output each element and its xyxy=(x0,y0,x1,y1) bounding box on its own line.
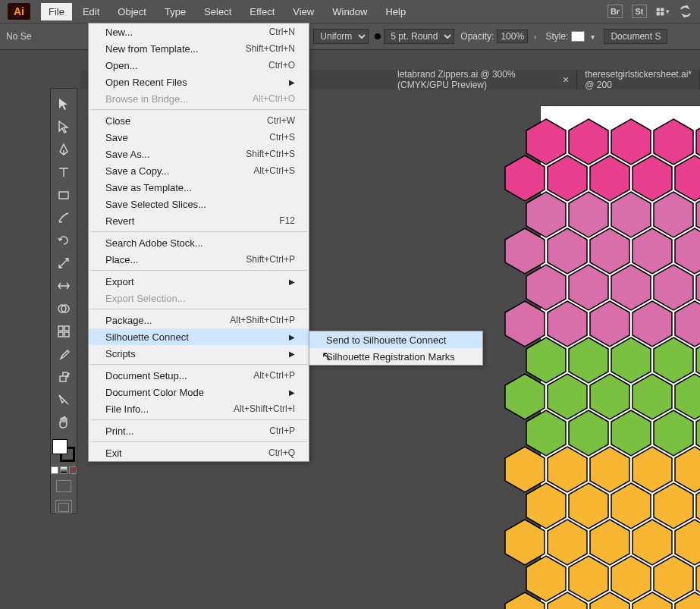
menu-item-place[interactable]: Place...Shift+Ctrl+P xyxy=(89,251,309,268)
menu-item-document-color-mode[interactable]: Document Color Mode▶ xyxy=(89,384,309,400)
selection-tool[interactable] xyxy=(53,93,74,115)
direct-selection-tool[interactable] xyxy=(53,116,74,137)
menu-object[interactable]: Object xyxy=(110,3,154,20)
submenu-arrow-icon: ▶ xyxy=(289,278,295,286)
menu-item-save-as[interactable]: Save As...Shift+Ctrl+S xyxy=(89,146,309,162)
svg-rect-79 xyxy=(58,332,63,337)
hexagon-shape xyxy=(504,592,545,609)
tool-panel xyxy=(50,88,77,514)
eyedropper-tool[interactable] xyxy=(53,344,74,365)
brush-select[interactable]: 5 pt. Round xyxy=(384,29,454,44)
menu-separator xyxy=(90,364,307,365)
menu-item-label: Silhouette Connect xyxy=(105,331,189,343)
submenu-item-silhouette-registration-marks[interactable]: Silhouette Registration Marks xyxy=(309,348,482,365)
menu-item-silhouette-connect[interactable]: Silhouette Connect▶ xyxy=(89,328,309,345)
menu-view[interactable]: View xyxy=(285,3,322,20)
menu-item-scripts[interactable]: Scripts▶ xyxy=(89,345,309,362)
menu-type[interactable]: Type xyxy=(157,3,193,20)
menu-shortcut: Ctrl+S xyxy=(269,132,295,143)
menu-item-file-info[interactable]: File Info...Alt+Shift+Ctrl+I xyxy=(89,400,309,417)
bridge-icon[interactable]: Br xyxy=(607,5,623,18)
menu-item-revert[interactable]: RevertF12 xyxy=(89,212,309,229)
menu-item-print[interactable]: Print...Ctrl+P xyxy=(89,422,309,439)
menu-window[interactable]: Window xyxy=(325,3,375,20)
svg-marker-71 xyxy=(590,592,629,609)
menu-item-save-selected-slices[interactable]: Save Selected Slices... xyxy=(89,196,309,212)
document-tab-2[interactable]: theresetgirlstickersheet.ai* @ 200 xyxy=(577,70,700,89)
submenu-arrow-icon: ▶ xyxy=(289,78,295,86)
screen-mode[interactable] xyxy=(56,480,71,492)
opacity-value[interactable]: 100% xyxy=(497,30,528,43)
svg-marker-70 xyxy=(548,592,587,609)
hexagon-shape xyxy=(632,592,673,609)
rectangle-tool[interactable] xyxy=(53,184,74,206)
menu-item-label: Package... xyxy=(105,315,152,326)
menu-shortcut: Ctrl+N xyxy=(269,27,295,37)
style-swatch[interactable] xyxy=(571,31,585,42)
fill-stroke-control[interactable] xyxy=(52,439,75,462)
menu-item-label: Save as Template... xyxy=(105,182,192,193)
menu-item-save-as-template[interactable]: Save as Template... xyxy=(89,179,309,196)
menu-separator xyxy=(90,309,307,309)
menu-item-save-a-copy[interactable]: Save a Copy...Alt+Ctrl+S xyxy=(89,162,309,179)
profile-select[interactable]: Uniform xyxy=(313,29,369,44)
shape-builder-tool[interactable] xyxy=(53,298,74,319)
menu-item-label: Save xyxy=(105,132,128,143)
color-mode-gradient[interactable] xyxy=(60,466,67,474)
hand-tool[interactable] xyxy=(53,412,74,433)
menu-item-package[interactable]: Package...Alt+Shift+Ctrl+P xyxy=(89,312,309,328)
menu-item-open-recent-files[interactable]: Open Recent Files▶ xyxy=(89,74,309,90)
close-icon[interactable]: × xyxy=(563,74,569,86)
width-tool[interactable] xyxy=(53,275,74,297)
paintbrush-tool[interactable] xyxy=(53,207,74,228)
menu-item-search-adobe-stock[interactable]: Search Adobe Stock... xyxy=(89,234,309,251)
style-caret-icon[interactable]: ▾ xyxy=(588,33,598,41)
document-setup-button[interactable]: Document S xyxy=(604,29,667,44)
file-menu-dropdown: New...Ctrl+NNew from Template...Shift+Ct… xyxy=(88,23,309,462)
artboard[interactable] xyxy=(541,106,700,609)
sync-icon[interactable] xyxy=(679,5,692,18)
menu-item-label: Save a Copy... xyxy=(105,165,169,177)
fill-swatch[interactable] xyxy=(52,439,67,454)
menu-help[interactable]: Help xyxy=(378,3,413,20)
menu-item-exit[interactable]: ExitCtrl+Q xyxy=(89,444,309,461)
menu-item-new-from-template[interactable]: New from Template...Shift+Ctrl+N xyxy=(89,40,309,57)
submenu-item-send-to-silhouette-connect[interactable]: Send to Silhouette Connect xyxy=(309,331,482,348)
arrange-icon[interactable]: ▾ xyxy=(656,5,670,18)
submenu-arrow-icon: ▶ xyxy=(289,350,295,358)
rotate-tool[interactable] xyxy=(53,230,74,251)
change-screen-icon[interactable] xyxy=(55,500,72,513)
svg-rect-77 xyxy=(58,326,63,331)
menu-shortcut: Alt+Ctrl+S xyxy=(253,165,295,176)
menu-item-new[interactable]: New...Ctrl+N xyxy=(89,24,309,40)
menu-item-browse-in-bridge: Browse in Bridge...Alt+Ctrl+O xyxy=(89,90,309,107)
menu-item-label: Place... xyxy=(105,254,138,265)
symbol-sprayer-tool[interactable] xyxy=(53,366,74,388)
svg-point-83 xyxy=(67,375,68,377)
menu-item-open[interactable]: Open...Ctrl+O xyxy=(89,57,309,74)
menu-file[interactable]: File xyxy=(41,3,72,20)
menu-item-close[interactable]: CloseCtrl+W xyxy=(89,112,309,129)
color-mode-solid[interactable] xyxy=(51,466,58,474)
svg-marker-72 xyxy=(633,592,672,609)
slice-tool[interactable] xyxy=(53,389,74,410)
menu-select[interactable]: Select xyxy=(196,3,239,20)
type-tool[interactable] xyxy=(53,162,74,183)
app-logo: Ai xyxy=(8,3,30,20)
menu-item-label: Print... xyxy=(105,425,134,437)
document-tab-1[interactable]: letabrand Zippers.ai @ 300% (CMYK/GPU Pr… xyxy=(390,70,577,89)
stock-icon[interactable]: St xyxy=(632,5,647,18)
scale-tool[interactable] xyxy=(53,253,74,274)
menu-edit[interactable]: Edit xyxy=(75,3,107,20)
svg-rect-81 xyxy=(60,376,66,381)
perspective-tool[interactable] xyxy=(53,321,74,342)
opacity-caret-icon[interactable]: › xyxy=(531,33,539,41)
menu-shortcut: Shift+Ctrl+N xyxy=(246,43,295,54)
menu-item-export[interactable]: Export▶ xyxy=(89,273,309,290)
menu-effect[interactable]: Effect xyxy=(242,3,282,20)
color-mode-none[interactable] xyxy=(69,466,77,474)
pen-tool[interactable] xyxy=(53,139,74,160)
svg-rect-2 xyxy=(657,12,660,15)
menu-item-save[interactable]: SaveCtrl+S xyxy=(89,129,309,146)
menu-item-document-setup[interactable]: Document Setup...Alt+Ctrl+P xyxy=(89,367,309,384)
